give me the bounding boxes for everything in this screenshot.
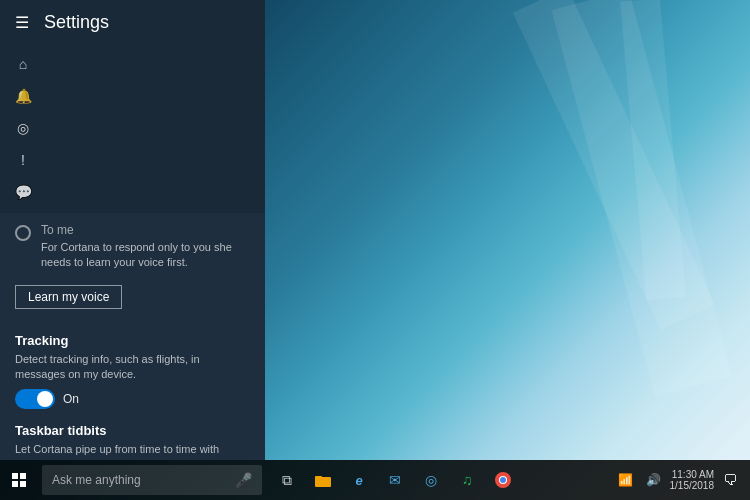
start-button[interactable] [4, 465, 34, 495]
tracking-toggle-label: On [63, 392, 79, 406]
spotify-icon[interactable]: ♫ [452, 465, 482, 495]
sidebar-nav: ⌂ 🔔 ◎ ! 💬 [0, 43, 265, 213]
cortana-icon: ◎ [15, 120, 31, 136]
home-icon: ⌂ [15, 56, 31, 72]
settings-title: Settings [44, 12, 109, 33]
svg-rect-1 [20, 473, 26, 479]
cortana-taskbar-icon[interactable]: ◎ [416, 465, 446, 495]
to-me-option[interactable]: To me For Cortana to respond only to you… [15, 223, 250, 271]
to-me-radio[interactable] [15, 225, 31, 241]
search-placeholder: Ask me anything [52, 473, 235, 487]
nav-cortana[interactable]: ◎ [0, 112, 265, 144]
settings-panel: ☰ Settings ⌂ 🔔 ◎ ! 💬 To me For Cortana [0, 0, 265, 460]
chrome-logo [495, 472, 511, 488]
alert-icon: ! [15, 152, 31, 168]
tracking-section: Tracking Detect tracking info, such as f… [15, 333, 250, 409]
chrome-icon[interactable] [488, 465, 518, 495]
task-view-button[interactable]: ⧉ [272, 465, 302, 495]
windows-icon [12, 473, 26, 487]
notification-icon: 🔔 [15, 88, 31, 104]
clock[interactable]: 11:30 AM 1/15/2018 [670, 469, 715, 491]
to-me-desc: For Cortana to respond only to you she n… [41, 240, 250, 271]
svg-rect-5 [315, 476, 322, 479]
settings-header: ☰ Settings [0, 0, 265, 43]
tracking-title: Tracking [15, 333, 250, 348]
clock-date: 1/15/2018 [670, 480, 715, 491]
taskbar: Ask me anything 🎤 ⧉ e ✉ ◎ ♫ 📶 🔊 11:30 AM [0, 460, 750, 500]
tracking-toggle[interactable] [15, 389, 55, 409]
search-bar[interactable]: Ask me anything 🎤 [42, 465, 262, 495]
nav-messages[interactable]: 💬 [0, 176, 265, 208]
to-me-label: To me [41, 223, 250, 237]
search-mic-icon[interactable]: 🎤 [235, 472, 252, 488]
taskbar-apps: ⧉ e ✉ ◎ ♫ [272, 465, 518, 495]
notification-center-icon[interactable]: 🗨 [718, 468, 742, 492]
message-icon: 💬 [15, 184, 31, 200]
mail-icon[interactable]: ✉ [380, 465, 410, 495]
volume-icon[interactable]: 🔊 [642, 468, 666, 492]
learn-my-voice-button[interactable]: Learn my voice [15, 285, 122, 309]
taskbar-tidbits-title: Taskbar tidbits [15, 423, 250, 438]
settings-content: To me For Cortana to respond only to you… [0, 213, 265, 460]
folder-icon [315, 473, 331, 487]
file-explorer-icon[interactable] [308, 465, 338, 495]
svg-point-8 [500, 477, 506, 483]
taskbar-tidbits-section: Taskbar tidbits Let Cortana pipe up from… [15, 423, 250, 460]
network-icon[interactable]: 📶 [614, 468, 638, 492]
tracking-toggle-knob [37, 391, 53, 407]
nav-notifications[interactable]: 🔔 [0, 80, 265, 112]
to-me-section: To me For Cortana to respond only to you… [15, 223, 250, 319]
tracking-toggle-row: On [15, 389, 250, 409]
tracking-desc: Detect tracking info, such as flights, i… [15, 352, 250, 383]
nav-alerts[interactable]: ! [0, 144, 265, 176]
hamburger-icon[interactable]: ☰ [15, 13, 29, 32]
svg-rect-3 [20, 481, 26, 487]
clock-time: 11:30 AM [670, 469, 715, 480]
nav-home[interactable]: ⌂ [0, 48, 265, 80]
edge-icon[interactable]: e [344, 465, 374, 495]
system-tray: 📶 🔊 11:30 AM 1/15/2018 🗨 [614, 468, 743, 492]
taskbar-tidbits-desc: Let Cortana pipe up from time to time wi… [15, 442, 250, 460]
svg-rect-2 [12, 481, 18, 487]
svg-rect-0 [12, 473, 18, 479]
